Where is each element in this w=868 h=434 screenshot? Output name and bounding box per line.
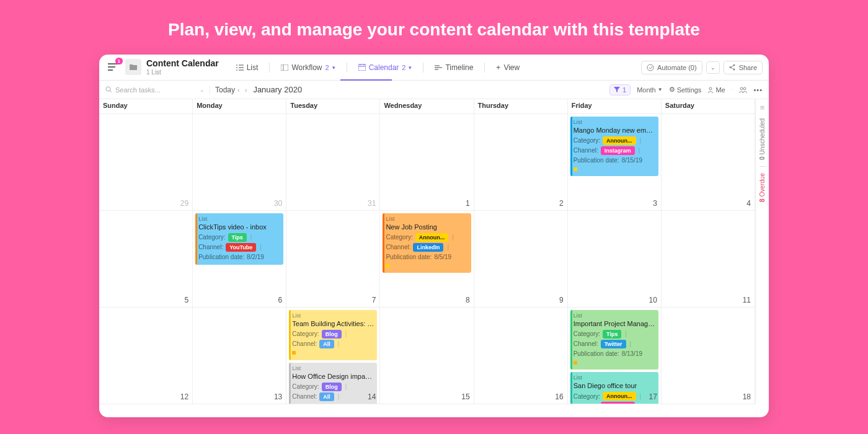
pipe: | [640,392,642,401]
tab-calendar[interactable]: Calendar 2 ▾ [352,61,418,74]
day-cell[interactable]: 18 [662,308,755,404]
event-card[interactable]: List Team Building Activities: 25 B Cate… [289,310,377,360]
category-pill: Blog [322,330,342,339]
event-edge [383,213,384,273]
day-cell[interactable]: List ClickTips video - inbox Category:Ti… [193,211,286,308]
tab-list-label: List [247,63,259,72]
search-placeholder: Search tasks... [115,86,161,94]
day-cell[interactable]: 7 [286,211,380,308]
month-select[interactable]: Month ▼ [637,86,663,94]
event-card[interactable]: List ClickTips video - inbox Category:Ti… [195,213,283,265]
share-button[interactable]: Share [724,61,763,74]
notif-badge: 1 [115,58,123,64]
day-cell[interactable]: 13 [193,308,286,404]
ch-key: Channel: [386,243,410,252]
pipe: | [338,340,340,348]
topbar: 1 Content Calendar 1 List List Workflow … [99,55,769,81]
gear-icon: ⚙ [669,86,675,94]
day-number: 17 [649,392,657,401]
chevron-down-icon: ⌄ [711,64,715,71]
lines-icon[interactable]: ≡ [760,103,765,112]
tab-timeline-label: Timeline [445,63,473,72]
cat-key: Category: [574,136,600,145]
day-cell[interactable]: 31 [286,114,380,211]
folder-icon[interactable] [125,59,141,75]
day-cell[interactable]: 10 [568,211,662,308]
svg-rect-1 [358,64,366,71]
day-cell[interactable]: List Team Building Activities: 25 B Cate… [286,308,380,404]
day-number: 11 [743,296,751,304]
day-number: 16 [555,392,563,401]
cat-key: Category: [292,383,319,391]
day-cell[interactable]: 1 [380,114,474,211]
pipe: | [452,233,454,242]
ch-key: Channel: [292,340,317,348]
menu-icon[interactable]: 1 [105,60,120,74]
hero-heading: Plan, view, and manage your content cale… [0,0,868,55]
day-cell[interactable]: 30 [193,114,286,211]
day-number: 3 [653,199,657,208]
automate-chevron[interactable]: ⌄ [706,61,720,74]
month-select-label: Month [637,86,656,94]
today-button[interactable]: Today [215,86,235,94]
prev-month-button[interactable]: ‹ [235,86,242,94]
channel-pill: Twitter [601,340,626,348]
toolbar: Search tasks... ⌄ Today ‹ › January 2020… [99,81,769,99]
svg-rect-0 [281,64,288,71]
ch-key: Channel: [198,243,223,252]
pipe: | [639,402,640,404]
pipe: | [630,340,632,348]
pipe: | [640,136,642,145]
day-cell[interactable]: List Important Project Managemen Categor… [568,308,662,404]
channel-pill: All [319,392,334,401]
day-number: 18 [743,392,751,401]
event-card[interactable]: List Mango Monday new employee Category:… [570,117,658,176]
unscheduled-count: 0 [759,156,766,160]
event-card[interactable]: List Important Project Managemen Categor… [570,310,658,370]
channel-pill: YouTube [226,243,256,252]
day-cell[interactable]: 4 [662,114,755,211]
settings-label: Settings [677,86,702,94]
event-card[interactable]: List How Office Design impacts Pr Catego… [289,363,377,404]
tab-list[interactable]: List [230,61,265,74]
svg-point-8 [740,87,743,90]
day-number: 9 [559,296,564,304]
overdue-label[interactable]: 8Overdue [759,173,766,202]
day-cell[interactable]: List Mango Monday new employee Category:… [568,114,662,211]
next-month-button[interactable]: › [242,86,250,94]
svg-point-2 [647,64,653,71]
day-number: 30 [274,199,282,208]
day-cell[interactable]: 29 [99,114,193,211]
search-input[interactable]: Search tasks... ⌄ [105,86,205,94]
more-button[interactable]: ••• [753,86,763,94]
filter-button[interactable]: 1 [609,84,631,95]
day-cell[interactable]: List New Job Posting Category:Announ...|… [380,211,474,308]
day-number: 2 [559,199,564,208]
people-button[interactable] [739,87,747,93]
settings-button[interactable]: ⚙ Settings [669,86,702,94]
me-button[interactable]: Me [707,86,725,94]
day-cell[interactable]: 11 [662,211,755,308]
automate-button[interactable]: Automate (0) [641,61,702,74]
category-pill: Announ... [415,233,449,242]
status-dot [574,167,577,171]
cat-key: Category: [386,233,412,242]
add-view-button[interactable]: + View [490,61,526,74]
event-card[interactable]: List New Job Posting Category:Announ...|… [383,213,471,273]
day-cell[interactable]: 9 [474,211,568,308]
tab-timeline[interactable]: Timeline [428,61,479,74]
day-cell[interactable]: 5 [99,211,193,308]
cat-key: Category: [574,392,600,401]
event-edge [289,363,291,404]
svg-point-6 [106,87,110,91]
day-cell[interactable]: 12 [99,308,193,404]
category-pill: Announ... [603,136,636,145]
more-icon: ••• [753,86,763,94]
day-cell[interactable]: 16 [474,308,568,404]
day-cell[interactable]: 2 [474,114,568,211]
event-card[interactable]: List San Diego office tour Category:Anno… [570,372,658,404]
tab-workflow[interactable]: Workflow 2 ▾ [275,61,341,74]
event-list-label: List [198,215,280,223]
day-cell[interactable]: 15 [380,308,474,404]
unscheduled-label[interactable]: 0Unscheduled [759,118,766,160]
